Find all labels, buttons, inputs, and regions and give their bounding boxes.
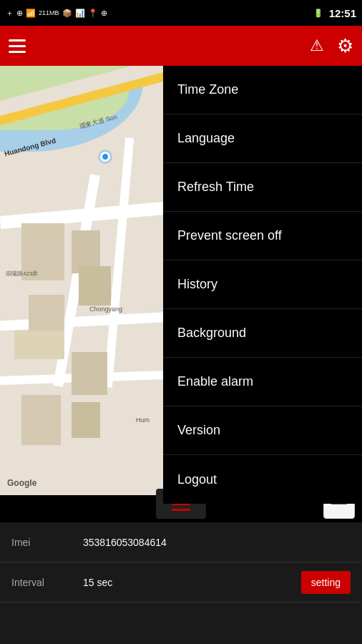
road-label-chongyang: Chongyang bbox=[89, 306, 122, 313]
interval-row: Interval 15 sec setting bbox=[0, 562, 362, 602]
battery-icon: 🔋 bbox=[313, 9, 323, 18]
building-8 bbox=[72, 402, 100, 438]
building-6 bbox=[72, 352, 107, 395]
warning-icon[interactable]: ⚠ bbox=[310, 36, 324, 55]
status-right-icons: 🔋 12:51 bbox=[313, 7, 356, 19]
settings-icon[interactable]: ⚙ bbox=[337, 35, 353, 57]
menu-item-background[interactable]: Background bbox=[163, 309, 362, 358]
app-bar: ⚠ ⚙ bbox=[0, 26, 362, 66]
crosshair-icon: ⊕ bbox=[16, 9, 23, 18]
hamburger-line-2 bbox=[9, 45, 26, 47]
imei-label: Imei bbox=[11, 537, 83, 548]
status-time: 12:51 bbox=[329, 7, 356, 19]
interval-value: 15 sec bbox=[83, 577, 301, 588]
road-label-hum: Hum bbox=[136, 416, 150, 424]
menu-item-enable-alarm[interactable]: Enable alarm bbox=[163, 358, 362, 406]
menu-item-logout[interactable]: Logout bbox=[163, 455, 362, 504]
location-icon: 📍 bbox=[88, 9, 98, 18]
data-icon: 211MB bbox=[39, 9, 59, 16]
imei-row: Imei 353816053084614 bbox=[0, 522, 362, 562]
hamburger-line-3 bbox=[9, 51, 26, 53]
interval-label: Interval bbox=[11, 577, 83, 588]
hamburger-button[interactable] bbox=[9, 39, 26, 53]
imei-value: 353816053084614 bbox=[83, 537, 351, 548]
bottom-info-area: Imei 353816053084614 Interval 15 sec set… bbox=[0, 522, 362, 644]
building-7 bbox=[21, 395, 61, 445]
wifi-icon: 📶 bbox=[26, 9, 36, 18]
road-label-423: 崇陽路423弄 bbox=[6, 270, 38, 278]
building-5 bbox=[14, 331, 64, 359]
google-watermark: Google bbox=[7, 478, 36, 488]
menu-item-history[interactable]: History bbox=[163, 260, 362, 309]
signal-icon: 📊 bbox=[75, 9, 85, 18]
road-h2 bbox=[0, 312, 172, 331]
building-4 bbox=[79, 266, 111, 306]
status-bar: ＋ ⊕ 📶 211MB 📦 📊 📍 ⊕ 🔋 12:51 bbox=[0, 0, 362, 26]
app-bar-right: ⚠ ⚙ bbox=[310, 35, 353, 57]
add-icon: ＋ bbox=[6, 8, 14, 19]
location-marker bbox=[100, 152, 110, 162]
building-3 bbox=[29, 295, 64, 331]
menu-item-time-zone[interactable]: Time Zone bbox=[163, 66, 362, 114]
hamburger-line-1 bbox=[9, 39, 26, 42]
menu-item-version[interactable]: Version bbox=[163, 406, 362, 455]
dropdown-menu: Time Zone Language Refresh Time Prevent … bbox=[163, 66, 362, 504]
status-left-icons: ＋ ⊕ 📶 211MB 📦 📊 📍 ⊕ bbox=[6, 8, 107, 19]
road-v2 bbox=[104, 137, 134, 388]
menu-item-language[interactable]: Language bbox=[163, 114, 362, 163]
app-icon: 📦 bbox=[62, 9, 72, 18]
menu-item-prevent-screen-off[interactable]: Prevent screen off bbox=[163, 212, 362, 260]
setting-button[interactable]: setting bbox=[301, 571, 351, 594]
menu-item-refresh-time[interactable]: Refresh Time bbox=[163, 163, 362, 212]
extra-icon: ⊕ bbox=[101, 9, 107, 18]
map-hamburger-line-3 bbox=[172, 509, 190, 511]
